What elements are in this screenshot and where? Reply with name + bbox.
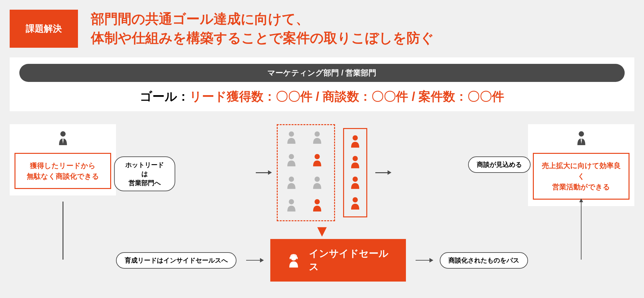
headset-person-icon <box>286 252 301 268</box>
svg-point-8 <box>314 199 320 204</box>
svg-point-9 <box>352 135 358 141</box>
lead-person-icon <box>284 153 302 170</box>
arrow-to-leads <box>256 172 269 173</box>
bottom-connectors: 育成リードはインサイドセールスへ インサイドセールス 商談化されたものをパス <box>116 239 528 282</box>
solution-badge: 課題解決 <box>10 10 78 48</box>
arrow-to-is <box>246 260 261 261</box>
persona-marketing: 獲得したリードから 無駄なく商談化できる <box>10 124 116 195</box>
svg-point-12 <box>352 197 358 203</box>
svg-point-2 <box>314 132 320 137</box>
marketing-goal-line1: 獲得したリードから <box>20 160 105 171</box>
arrow-to-prospect <box>375 172 388 173</box>
svg-rect-14 <box>290 257 291 259</box>
businessman-icon <box>574 131 589 145</box>
svg-point-10 <box>352 156 358 161</box>
svg-point-13 <box>291 255 297 261</box>
title-line-1: 部門間の共通ゴール達成に向けて、 <box>91 10 434 29</box>
svg-point-3 <box>289 154 294 159</box>
pass-pill: 商談化されたものをパス <box>440 252 528 269</box>
arrow-down-icon: ▼ <box>314 223 330 239</box>
svg-point-5 <box>289 177 294 182</box>
middle-area: ホットリードは 営業部門へ 商談が見込める ▼ 育成リードはインサイドセールスへ… <box>116 124 528 282</box>
sales-goal-line2: 営業活動ができる <box>539 182 624 192</box>
hot-lead-column <box>343 128 367 217</box>
hot-lead-pill-wrap: ホットリードは 営業部門へ <box>114 156 175 191</box>
arrow-from-is <box>416 260 430 261</box>
lead-person-icon <box>284 175 302 193</box>
header: 課題解決 部門間の共通ゴール達成に向けて、 体制や仕組みを構築することで案件の取… <box>10 10 634 48</box>
prospect-pill: 商談が見込める <box>468 156 531 173</box>
inside-sales-label: インサイドセールス <box>309 247 389 273</box>
svg-point-1 <box>289 132 294 137</box>
goal-section: マーケティング部門 / 営業部門 ゴール：リード獲得数：〇〇件 / 商談数：〇〇… <box>10 57 634 111</box>
goal-line: ゴール：リード獲得数：〇〇件 / 商談数：〇〇件 / 案件数：〇〇件 <box>19 88 625 105</box>
hot-lead-person-icon <box>348 175 362 191</box>
goal-value: リード獲得数：〇〇件 / 商談数：〇〇件 / 案件数：〇〇件 <box>189 90 504 103</box>
department-bar: マーケティング部門 / 営業部門 <box>19 64 625 82</box>
svg-point-16 <box>292 259 293 260</box>
connector-line-left <box>62 202 63 260</box>
svg-point-11 <box>352 177 358 182</box>
hot-lead-person-icon <box>348 134 362 150</box>
svg-point-0 <box>60 131 65 136</box>
nurture-pill: 育成リードはインサイドセールスへ <box>116 252 236 269</box>
hot-lead-pill: ホットリードは 営業部門へ <box>114 156 175 191</box>
lead-grid <box>277 124 335 221</box>
sales-goal-line1: 売上拡大に向けて効率良く <box>539 160 624 182</box>
svg-point-17 <box>579 131 584 136</box>
prospect-pill-wrap: 商談が見込める <box>469 156 530 173</box>
title-line-2: 体制や仕組みを構築することで案件の取りこぼしを防ぐ <box>91 29 434 48</box>
lead-person-icon <box>284 130 302 148</box>
svg-point-7 <box>289 199 294 204</box>
svg-rect-15 <box>297 257 298 259</box>
lead-person-icon <box>310 175 328 193</box>
lead-person-icon <box>284 198 302 215</box>
lead-person-icon <box>310 153 328 170</box>
leads-row: ホットリードは 営業部門へ 商談が見込める <box>256 124 388 221</box>
page-title: 部門間の共通ゴール達成に向けて、 体制や仕組みを構築することで案件の取りこぼしを… <box>91 10 434 48</box>
svg-point-4 <box>314 154 320 159</box>
flow-diagram: 獲得したリードから 無駄なく商談化できる ホットリードは 営業部門へ 商談が見込… <box>10 118 634 282</box>
hot-lead-person-icon <box>348 154 362 170</box>
marketing-goal-box: 獲得したリードから 無駄なく商談化できる <box>14 153 111 189</box>
connector-line-right <box>581 202 582 260</box>
inside-sales-box: インサイドセールス <box>270 239 406 282</box>
businessman-icon <box>56 131 70 145</box>
marketing-goal-line2: 無駄なく商談化できる <box>20 171 105 182</box>
sales-goal-box: 売上拡大に向けて効率良く 営業活動ができる <box>533 153 630 200</box>
lead-person-icon <box>310 130 328 148</box>
svg-point-6 <box>314 177 320 182</box>
lead-person-icon <box>310 198 328 215</box>
persona-sales: 売上拡大に向けて効率良く 営業活動ができる <box>528 124 634 206</box>
goal-prefix: ゴール： <box>140 90 189 103</box>
hot-lead-person-icon <box>348 196 362 212</box>
